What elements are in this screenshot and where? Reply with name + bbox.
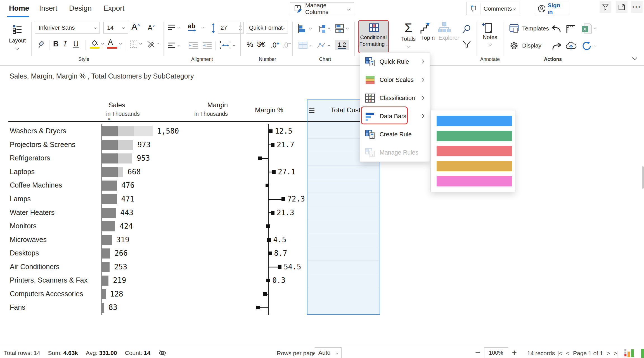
font-size-select[interactable]: 14 [103,22,128,34]
data-bar-color-option[interactable] [437,176,512,186]
margin-pct-value[interactable]: 21.7 [277,141,294,149]
chevron-down-icon[interactable] [139,42,142,44]
column-width-icon[interactable] [219,40,231,50]
margin-pct-value[interactable]: 0.3 [272,276,285,284]
sales-value[interactable]: 424 [120,222,133,230]
zoom-level[interactable]: 100% [484,347,508,358]
chevron-down-icon[interactable] [101,42,104,44]
row-label[interactable]: Desktops [10,249,39,257]
percent-format-button[interactable]: % [247,40,253,49]
row-label[interactable]: Water Heaters [10,208,55,217]
comments-button[interactable]: Comments [467,2,519,15]
bold-button[interactable]: B [53,40,59,48]
table-style-icon[interactable] [298,41,308,50]
sales-value[interactable]: 1,580 [157,127,179,135]
clear-formatting-icon[interactable] [146,39,156,49]
sales-value[interactable]: 443 [120,208,133,217]
row-height-stepper[interactable]: 27 [218,22,244,34]
search-icon[interactable] [462,24,472,34]
chevron-down-icon[interactable] [177,44,180,46]
sales-value[interactable]: 266 [115,249,128,257]
quick-format-select[interactable]: Quick Format [246,22,288,34]
row-label[interactable]: Refrigerators [10,154,50,162]
bar-chart-icon[interactable] [298,23,308,34]
sales-value[interactable]: 476 [121,181,134,189]
row-label[interactable]: Coffee Machines [10,181,62,189]
chevron-down-icon[interactable] [346,27,349,29]
row-label[interactable]: Lamps [10,195,31,203]
data-bar-color-option[interactable] [437,116,512,126]
menu-item-quick-rule[interactable]: Quick Rule [361,53,429,70]
chevron-down-icon[interactable] [119,42,122,44]
row-label[interactable]: Computers Accessories [10,290,83,298]
sign-in-button[interactable]: Sign in [535,2,569,15]
chevron-down-icon[interactable] [233,44,235,46]
sales-value[interactable]: 253 [114,263,127,271]
menu-item-color-scales[interactable]: Color Scales [361,71,429,89]
manage-columns-button[interactable]: Manage Columns [290,2,354,15]
filter-icon[interactable] [600,1,611,13]
display-button[interactable]: Display [509,41,541,50]
chevron-down-icon[interactable] [309,27,312,29]
row-label[interactable]: Printers, Scanners & Fax [10,276,87,284]
increase-indent-icon[interactable] [202,41,212,50]
borders-icon[interactable] [129,40,138,49]
totals-button[interactable]: Σ Totals [399,21,418,49]
menu-item-manage-rules[interactable]: Manage Rules [361,144,429,161]
rows-per-page-select[interactable]: Auto [315,347,342,358]
hide-summary-icon[interactable] [158,349,167,357]
row-label[interactable]: Monitors [10,222,37,230]
sales-value[interactable]: 219 [113,276,126,284]
row-label[interactable]: Washers & Dryers [10,127,66,135]
vertical-align-icon[interactable] [167,23,176,32]
redo-icon[interactable] [551,41,562,51]
combo-chart-icon[interactable] [335,23,345,34]
data-bar-color-option[interactable] [437,146,512,156]
column-header-margin[interactable]: Margin [207,101,228,109]
row-label[interactable]: Projectors & Screens [10,141,75,149]
number-format-badge[interactable]: 1.2 [335,40,349,50]
ruler-icon[interactable] [565,23,576,34]
chevron-down-icon[interactable] [309,44,312,46]
data-bar-color-option[interactable] [437,131,512,141]
chevron-down-icon[interactable] [157,42,159,44]
top-n-button[interactable]: Top n [419,22,437,41]
first-page-button[interactable]: |< [557,350,562,357]
format-painter-icon[interactable] [36,39,46,50]
column-header-margin-pct[interactable]: Margin % [255,106,283,114]
tab-insert[interactable]: Insert [39,4,57,13]
increase-font-icon[interactable]: A˄ [131,22,140,32]
currency-format-button[interactable]: $€ [257,40,265,48]
sales-value[interactable]: 471 [121,195,134,203]
decrease-indent-icon[interactable] [188,41,198,50]
increase-decimal-button[interactable]: .0+ [271,40,280,49]
scrollbar-thumb[interactable] [642,166,644,189]
row-label[interactable]: Laptops [10,168,35,176]
zoom-out-button[interactable]: − [475,348,480,358]
margin-pct-value[interactable]: 4.5 [273,236,286,244]
font-name-select[interactable]: Inforiver Sans [35,22,100,34]
last-page-button[interactable]: >| [614,350,619,357]
chevron-down-icon[interactable] [328,27,330,29]
prev-page-button[interactable]: < [566,350,569,357]
tab-export[interactable]: Export [103,4,124,13]
sales-value[interactable]: 668 [127,168,141,176]
underline-button[interactable]: U [73,40,79,48]
more-options-icon[interactable]: ··· [631,1,643,13]
undo-icon[interactable] [551,24,562,34]
italic-button[interactable]: I [64,40,66,48]
tab-home[interactable]: Home [9,4,29,13]
next-page-button[interactable]: > [607,350,610,357]
sales-value[interactable]: 973 [138,141,151,149]
horizontal-align-icon[interactable] [167,41,176,50]
chevron-down-icon[interactable] [328,44,330,46]
margin-pct-value[interactable]: 72.3 [287,195,305,203]
templates-button[interactable]: Templates [509,24,549,33]
conditional-formatting-button[interactable]: Conditional Formatting [358,20,389,53]
margin-pct-value[interactable]: 54.5 [284,263,301,271]
explorer-button[interactable]: Explorer [438,22,460,41]
refresh-icon[interactable] [581,41,593,51]
data-bar-color-option[interactable] [437,161,512,171]
chevron-down-icon[interactable] [202,26,204,28]
row-label[interactable]: Fans [10,303,25,311]
